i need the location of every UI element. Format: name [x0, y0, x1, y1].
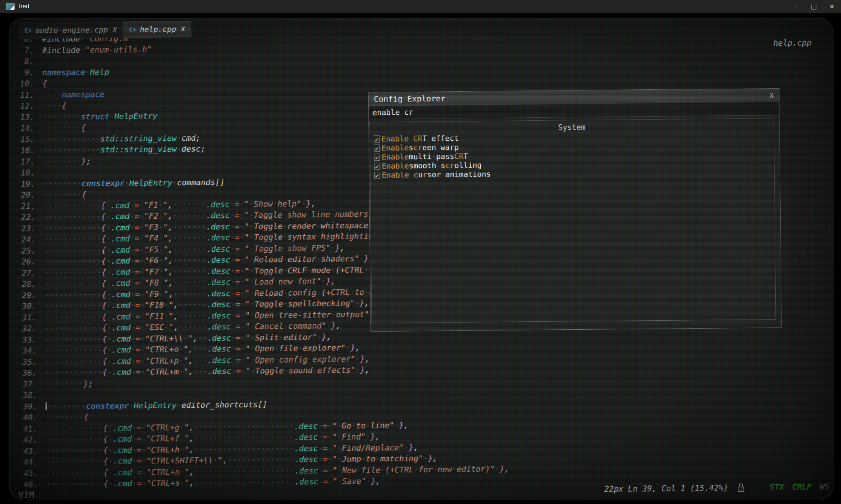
match-highlight: cr [413, 143, 422, 152]
line-content: ············std::string_view·desc; [43, 143, 205, 156]
line-content: ········}; [45, 378, 93, 390]
tab-label: audio-engine.cpp [35, 25, 108, 35]
match-highlight: cr [445, 161, 454, 170]
app-icon [6, 3, 15, 10]
file-flags: STXCRLFWS [770, 482, 829, 492]
option-text: smooth s [409, 161, 446, 170]
line-content: ········}; [43, 156, 91, 167]
line-number: 44. [16, 457, 38, 468]
line-content: ········{ [46, 412, 89, 423]
line-number: 16. [13, 145, 35, 157]
window-title: fred [19, 3, 29, 10]
lock-icon [737, 483, 745, 493]
line-number: 45. [16, 468, 38, 479]
option-text: een warp [422, 143, 459, 152]
line-content: { [42, 78, 47, 89]
flag-CRLF: CRLF [792, 482, 812, 492]
editor-content: 6.#include·"config.h"7.#include·"enum-ut… [9, 18, 833, 500]
cpp-file-icon: C+ [25, 27, 32, 34]
line-number: 43. [16, 446, 38, 457]
line-number: 38. [15, 390, 37, 401]
line-content: ····{ [43, 100, 67, 112]
line-number: 10. [12, 78, 34, 90]
line-content: ········{ [43, 123, 86, 134]
line-number: 34. [15, 346, 37, 357]
match-highlight: Enable [381, 152, 409, 161]
line-number: 41. [15, 423, 37, 435]
vim-mode-indicator: VIM [18, 490, 35, 499]
checkbox-icon[interactable]: ✓ [374, 172, 380, 179]
line-number: 22. [14, 212, 35, 223]
line-content: #include·"enum-utils.h" [42, 44, 152, 56]
line-number: 9. [12, 67, 34, 78]
line-content: ········struct·HelpEntry [43, 111, 157, 123]
config-items: ✓Enable CRT effect✓Enable screen warp✓En… [370, 131, 774, 180]
option-text: u [418, 170, 423, 179]
line-number: 13. [12, 112, 34, 123]
popup-close-icon[interactable]: X [769, 91, 774, 100]
line-number: 37. [15, 379, 37, 390]
line-number: 36. [15, 368, 37, 379]
line-content: ········constexpr·HelpEntry·editor_short… [46, 399, 268, 412]
option-text: T effect [422, 134, 459, 143]
tab-help.cpp[interactable]: C+help.cppX [123, 21, 191, 38]
window-titlebar: fred –□✕ [0, 0, 841, 13]
option-text: T [463, 152, 468, 161]
line-number: 15. [13, 134, 35, 145]
text-cursor [46, 402, 47, 410]
line-number: 42. [15, 435, 37, 446]
crt-screen: 6.#include·"config.h"7.#include·"enum-ut… [0, 13, 841, 504]
line-number: 17. [13, 156, 35, 167]
option-text: multi-pass [409, 152, 455, 161]
tab-label: help.cpp [140, 25, 176, 34]
line-content: ········{ [43, 189, 86, 201]
close-button[interactable]: ✕ [823, 0, 841, 13]
line-content: namespace·Help [42, 66, 109, 78]
checkbox-icon[interactable]: ✓ [374, 144, 380, 152]
line-number: 18. [13, 167, 35, 179]
flag-WS: WS [819, 482, 829, 492]
match-highlight: Enable c [382, 170, 418, 180]
line-number: 8. [12, 56, 34, 68]
match-highlight: Enable [382, 161, 409, 171]
match-highlight: CR [454, 152, 463, 161]
line-number: 32. [15, 323, 37, 335]
config-list-panel: System ✓Enable CRT effect✓Enable screen … [370, 118, 776, 323]
line-number: 26. [14, 257, 36, 268]
flag-STX: STX [770, 483, 784, 492]
option-text: olling [454, 160, 481, 170]
option-text: sor animations [427, 169, 491, 179]
line-number: 23. [14, 223, 35, 234]
cursor-position-text: 22px Ln 39, Col 1 (15.42%) [604, 483, 728, 493]
maximize-button[interactable]: □ [805, 0, 823, 13]
tab-bar: C+audio-engine.cppXC+help.cppX [18, 21, 191, 39]
tab-close-icon[interactable]: X [181, 25, 185, 33]
line-number: 24. [14, 234, 35, 246]
tab-audio-engine.cpp[interactable]: C+audio-engine.cppX [18, 22, 123, 39]
line-number: 31. [14, 312, 36, 323]
line-number: 28. [14, 279, 36, 290]
popup-title: Config Explorer [374, 94, 446, 104]
line-number: 12. [12, 101, 34, 112]
editor-screen: 6.#include·"config.h"7.#include·"enum-ut… [9, 18, 833, 500]
line-number: 11. [12, 89, 34, 101]
line-number: 14. [12, 123, 34, 134]
line-number: 20. [13, 190, 35, 201]
checkbox-icon[interactable]: ✓ [374, 154, 380, 161]
match-highlight: Enable CR [381, 134, 423, 143]
match-highlight: r [423, 170, 427, 179]
line-number: 35. [15, 356, 37, 368]
line-content: ········constexpr·HelpEntry·commands[] [43, 177, 225, 189]
minimize-button[interactable]: – [787, 0, 805, 13]
checkbox-icon[interactable]: ✓ [374, 163, 380, 170]
tab-close-icon[interactable]: X [113, 26, 117, 34]
window-controls: –□✕ [787, 0, 841, 13]
line-number: 40. [15, 412, 37, 424]
filename-overlay: help.cpp [773, 38, 811, 48]
checkbox-icon[interactable]: ✓ [374, 135, 380, 143]
line-number: 29. [14, 290, 36, 301]
line-content: ····namespace [43, 89, 105, 101]
cpp-file-icon: C+ [129, 26, 136, 33]
line-number: 39. [15, 401, 37, 412]
line-number: 19. [13, 178, 35, 190]
